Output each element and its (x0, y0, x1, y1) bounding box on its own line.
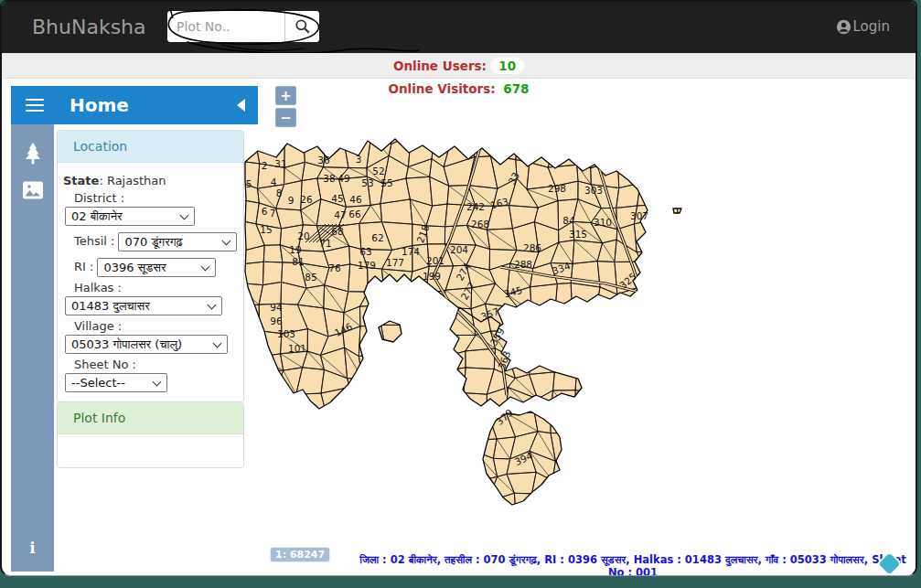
login-label: Login (853, 18, 890, 35)
plot-number-label: 199 (423, 271, 441, 282)
plot-number-label: 288 (514, 259, 532, 270)
plot-number-label: 7 (270, 208, 276, 219)
image-icon (22, 180, 44, 200)
plot-number-label: 49 (337, 173, 349, 184)
plot-number-label: 101 (288, 343, 306, 354)
sheet-label: Sheet No : (74, 358, 238, 371)
plot-number-label: 62 (371, 232, 383, 243)
halkas-label: Halkas : (74, 281, 238, 294)
ri-label: RI : (74, 260, 93, 273)
plot-search-input[interactable] (167, 11, 284, 42)
plot-number-label: 26 (300, 194, 313, 205)
district-label: District : (74, 191, 238, 205)
zoom-out-button[interactable]: − (275, 108, 296, 127)
plot-number-label: 242 (466, 201, 485, 212)
ri-selected-value: 0396 सूडसर (103, 261, 166, 275)
plot-number-label: 63 (359, 246, 371, 257)
plot-number-label: 286 (523, 242, 541, 253)
online-visitors-value: 678 (503, 81, 529, 96)
plot-number-label: 268 (471, 219, 489, 230)
location-panel-title: Location (58, 131, 243, 163)
plot-number-label: 204 (450, 244, 468, 255)
location-form: State: Rajasthan District : 02 बीकानेर T… (58, 163, 243, 401)
chevron-down-icon (153, 378, 162, 387)
plot-number-label: 76 (328, 262, 341, 273)
state-label: State (63, 174, 99, 187)
plot-number-label: 52 (372, 166, 384, 176)
plot-number-label: 15 (260, 224, 272, 235)
chevron-down-icon (180, 211, 189, 220)
browser-window: BhuNaksha Login Onli (0, 0, 917, 576)
tree-icon (22, 142, 44, 166)
plot-number-label: 6 (262, 206, 268, 217)
online-users-strip: Online Users: 10 (2, 53, 916, 79)
map-scale-indicator: 1: 68247 (270, 547, 330, 562)
village-selected-value: 05033 गोपालसर (चालु) (71, 337, 182, 352)
tehsil-label: Tehsil : (74, 234, 114, 248)
online-users-value: 10 (490, 58, 524, 74)
user-icon (836, 19, 851, 35)
plot-number-label: 8 (276, 187, 283, 198)
plot-number-label: 315 (569, 229, 587, 240)
plot-number-label: 4 (271, 176, 277, 187)
chevron-down-icon (213, 339, 222, 348)
village-label: Village : (74, 319, 238, 333)
menu-icon[interactable] (26, 99, 44, 112)
plot-number-label: 307 (630, 210, 648, 221)
plot-number-label: 310 (594, 217, 612, 228)
sheet-select[interactable]: --Select-- (65, 373, 167, 392)
plot-number-label: 3 (356, 154, 362, 165)
collapse-sidebar-icon[interactable] (237, 99, 245, 112)
plot-number-label: 177 (386, 257, 404, 268)
plot-number-label: 85 (305, 272, 316, 283)
tehsil-select[interactable]: 070 डूंगरगढ़ (118, 232, 237, 251)
plot-number-label: 81 (292, 256, 304, 267)
plot-number-label: 96 (270, 315, 283, 326)
plot-number-label: 174 (402, 246, 420, 257)
basemap-image-button[interactable] (11, 172, 54, 208)
plot-number-label: 2 (262, 160, 268, 171)
layers-tree-button[interactable] (11, 135, 54, 172)
ri-select[interactable]: 0396 सूडसर (97, 258, 216, 277)
plot-number-label: 46 (349, 194, 362, 205)
sidebar-icon-strip: i (11, 124, 54, 572)
chevron-down-icon (201, 262, 210, 272)
plot-number-label: 19 (289, 244, 301, 255)
search-button[interactable] (284, 11, 319, 42)
navbar: BhuNaksha Login (2, 2, 916, 53)
plot-number-label: 36 (317, 155, 330, 166)
plot-number-label: 55 (380, 177, 392, 188)
home-title: Home (70, 94, 129, 116)
chevron-down-icon (208, 301, 217, 310)
search-icon (295, 18, 311, 35)
cadastral-map[interactable]: 2313635253553849548926454633676647298303… (244, 80, 916, 576)
plot-info-title: Plot Info (58, 402, 243, 434)
state-value: : Rajasthan (99, 174, 166, 187)
plot-number-label: 9 (288, 195, 295, 206)
district-selected-value: 02 बीकानेर (71, 209, 123, 224)
plot-number-label: 84 (562, 215, 575, 226)
sheet-selected-value: --Select-- (71, 376, 125, 390)
login-button[interactable]: Login (836, 18, 890, 35)
plot-number-label: 53 (361, 177, 373, 188)
village-select[interactable]: 05033 गोपालसर (चालु) (65, 335, 228, 354)
district-select[interactable]: 02 बीकानेर (65, 207, 195, 226)
plot-number-label: 179 (358, 260, 376, 271)
online-users-label: Online Users: (393, 59, 487, 73)
plot-number-label: 5 (246, 178, 252, 189)
info-button[interactable]: i (11, 529, 54, 566)
plot-number-label: 38 (323, 173, 335, 184)
online-visitors-label: Online Visitors: (389, 81, 496, 96)
plot-number-label: 103 (277, 328, 295, 339)
plot-info-panel: Plot Info (57, 401, 244, 468)
map-pane: 2313635253553849548926454633676647298303… (244, 80, 916, 576)
halkas-selected-value: 01483 दुलचासर (71, 299, 150, 314)
halkas-select[interactable]: 01483 दुलचासर (65, 296, 222, 315)
tehsil-selected-value: 070 डूंगरगढ़ (124, 235, 182, 250)
plot-number-label: 66 (348, 208, 361, 219)
plot-number-label: 298 (548, 183, 566, 194)
plot-number-label: 201 (426, 255, 444, 266)
plot-number-label: 94 (270, 302, 283, 313)
plot-search-box[interactable] (167, 11, 319, 42)
sidebar-home-header[interactable]: Home (11, 86, 258, 124)
